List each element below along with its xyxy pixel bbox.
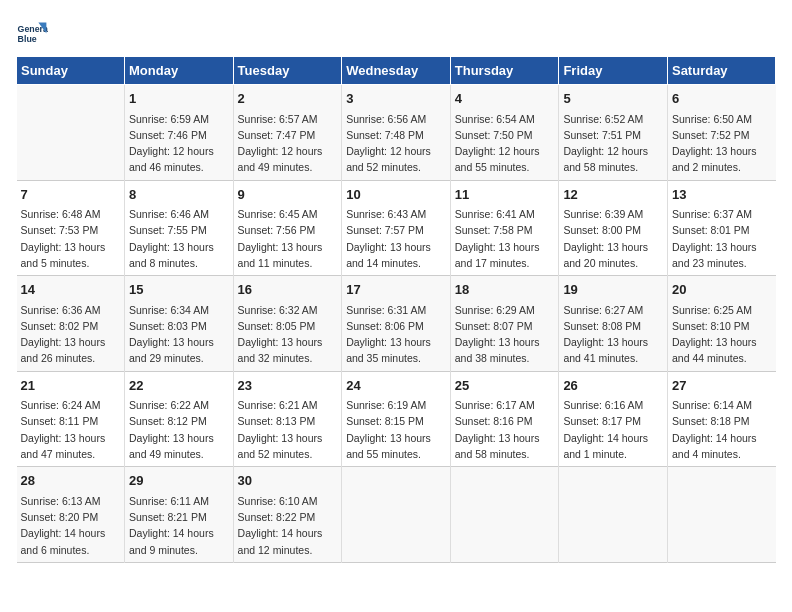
day-number: 28 (21, 471, 121, 491)
day-header-thursday: Thursday (450, 57, 559, 85)
day-number: 19 (563, 280, 663, 300)
calendar-cell: 6Sunrise: 6:50 AMSunset: 7:52 PMDaylight… (667, 85, 775, 181)
calendar-cell: 27Sunrise: 6:14 AMSunset: 8:18 PMDayligh… (667, 371, 775, 467)
calendar-week-row: 21Sunrise: 6:24 AMSunset: 8:11 PMDayligh… (17, 371, 776, 467)
day-info: Sunrise: 6:13 AMSunset: 8:20 PMDaylight:… (21, 493, 121, 558)
day-info: Sunrise: 6:25 AMSunset: 8:10 PMDaylight:… (672, 302, 772, 367)
day-info: Sunrise: 6:21 AMSunset: 8:13 PMDaylight:… (238, 397, 338, 462)
logo-icon: General Blue (16, 16, 48, 48)
day-info: Sunrise: 6:34 AMSunset: 8:03 PMDaylight:… (129, 302, 229, 367)
day-number: 14 (21, 280, 121, 300)
day-number: 21 (21, 376, 121, 396)
day-header-sunday: Sunday (17, 57, 125, 85)
calendar-cell: 19Sunrise: 6:27 AMSunset: 8:08 PMDayligh… (559, 276, 668, 372)
day-info: Sunrise: 6:10 AMSunset: 8:22 PMDaylight:… (238, 493, 338, 558)
logo: General Blue (16, 16, 52, 48)
calendar-cell: 17Sunrise: 6:31 AMSunset: 8:06 PMDayligh… (342, 276, 451, 372)
day-info: Sunrise: 6:41 AMSunset: 7:58 PMDaylight:… (455, 206, 555, 271)
day-header-friday: Friday (559, 57, 668, 85)
calendar-table: SundayMondayTuesdayWednesdayThursdayFrid… (16, 56, 776, 563)
day-info: Sunrise: 6:59 AMSunset: 7:46 PMDaylight:… (129, 111, 229, 176)
calendar-cell: 21Sunrise: 6:24 AMSunset: 8:11 PMDayligh… (17, 371, 125, 467)
day-info: Sunrise: 6:32 AMSunset: 8:05 PMDaylight:… (238, 302, 338, 367)
day-number: 25 (455, 376, 555, 396)
calendar-cell: 10Sunrise: 6:43 AMSunset: 7:57 PMDayligh… (342, 180, 451, 276)
day-number: 27 (672, 376, 772, 396)
day-info: Sunrise: 6:36 AMSunset: 8:02 PMDaylight:… (21, 302, 121, 367)
day-info: Sunrise: 6:43 AMSunset: 7:57 PMDaylight:… (346, 206, 446, 271)
day-info: Sunrise: 6:37 AMSunset: 8:01 PMDaylight:… (672, 206, 772, 271)
calendar-cell: 22Sunrise: 6:22 AMSunset: 8:12 PMDayligh… (125, 371, 234, 467)
calendar-cell (667, 467, 775, 563)
day-number: 24 (346, 376, 446, 396)
day-info: Sunrise: 6:48 AMSunset: 7:53 PMDaylight:… (21, 206, 121, 271)
calendar-cell: 7Sunrise: 6:48 AMSunset: 7:53 PMDaylight… (17, 180, 125, 276)
calendar-cell: 2Sunrise: 6:57 AMSunset: 7:47 PMDaylight… (233, 85, 342, 181)
day-info: Sunrise: 6:56 AMSunset: 7:48 PMDaylight:… (346, 111, 446, 176)
calendar-cell: 11Sunrise: 6:41 AMSunset: 7:58 PMDayligh… (450, 180, 559, 276)
day-info: Sunrise: 6:27 AMSunset: 8:08 PMDaylight:… (563, 302, 663, 367)
day-number: 2 (238, 89, 338, 109)
calendar-cell: 24Sunrise: 6:19 AMSunset: 8:15 PMDayligh… (342, 371, 451, 467)
calendar-cell: 9Sunrise: 6:45 AMSunset: 7:56 PMDaylight… (233, 180, 342, 276)
day-number: 1 (129, 89, 229, 109)
day-info: Sunrise: 6:46 AMSunset: 7:55 PMDaylight:… (129, 206, 229, 271)
calendar-cell (450, 467, 559, 563)
calendar-cell: 1Sunrise: 6:59 AMSunset: 7:46 PMDaylight… (125, 85, 234, 181)
calendar-cell: 29Sunrise: 6:11 AMSunset: 8:21 PMDayligh… (125, 467, 234, 563)
day-header-monday: Monday (125, 57, 234, 85)
day-number: 4 (455, 89, 555, 109)
day-number: 3 (346, 89, 446, 109)
day-number: 16 (238, 280, 338, 300)
day-number: 5 (563, 89, 663, 109)
day-number: 30 (238, 471, 338, 491)
day-info: Sunrise: 6:54 AMSunset: 7:50 PMDaylight:… (455, 111, 555, 176)
day-info: Sunrise: 6:24 AMSunset: 8:11 PMDaylight:… (21, 397, 121, 462)
day-info: Sunrise: 6:39 AMSunset: 8:00 PMDaylight:… (563, 206, 663, 271)
calendar-cell: 4Sunrise: 6:54 AMSunset: 7:50 PMDaylight… (450, 85, 559, 181)
day-number: 17 (346, 280, 446, 300)
day-number: 29 (129, 471, 229, 491)
calendar-cell: 20Sunrise: 6:25 AMSunset: 8:10 PMDayligh… (667, 276, 775, 372)
day-info: Sunrise: 6:11 AMSunset: 8:21 PMDaylight:… (129, 493, 229, 558)
calendar-cell: 26Sunrise: 6:16 AMSunset: 8:17 PMDayligh… (559, 371, 668, 467)
page-header: General Blue (16, 16, 776, 48)
calendar-cell: 30Sunrise: 6:10 AMSunset: 8:22 PMDayligh… (233, 467, 342, 563)
calendar-header-row: SundayMondayTuesdayWednesdayThursdayFrid… (17, 57, 776, 85)
day-number: 8 (129, 185, 229, 205)
day-info: Sunrise: 6:29 AMSunset: 8:07 PMDaylight:… (455, 302, 555, 367)
day-number: 13 (672, 185, 772, 205)
day-info: Sunrise: 6:31 AMSunset: 8:06 PMDaylight:… (346, 302, 446, 367)
day-number: 12 (563, 185, 663, 205)
day-number: 23 (238, 376, 338, 396)
day-number: 9 (238, 185, 338, 205)
day-info: Sunrise: 6:19 AMSunset: 8:15 PMDaylight:… (346, 397, 446, 462)
day-info: Sunrise: 6:17 AMSunset: 8:16 PMDaylight:… (455, 397, 555, 462)
calendar-cell (17, 85, 125, 181)
day-info: Sunrise: 6:45 AMSunset: 7:56 PMDaylight:… (238, 206, 338, 271)
calendar-cell: 13Sunrise: 6:37 AMSunset: 8:01 PMDayligh… (667, 180, 775, 276)
day-info: Sunrise: 6:57 AMSunset: 7:47 PMDaylight:… (238, 111, 338, 176)
day-number: 22 (129, 376, 229, 396)
day-number: 11 (455, 185, 555, 205)
day-number: 26 (563, 376, 663, 396)
day-header-saturday: Saturday (667, 57, 775, 85)
calendar-week-row: 14Sunrise: 6:36 AMSunset: 8:02 PMDayligh… (17, 276, 776, 372)
calendar-week-row: 1Sunrise: 6:59 AMSunset: 7:46 PMDaylight… (17, 85, 776, 181)
day-info: Sunrise: 6:16 AMSunset: 8:17 PMDaylight:… (563, 397, 663, 462)
calendar-cell (559, 467, 668, 563)
calendar-cell: 15Sunrise: 6:34 AMSunset: 8:03 PMDayligh… (125, 276, 234, 372)
calendar-week-row: 28Sunrise: 6:13 AMSunset: 8:20 PMDayligh… (17, 467, 776, 563)
day-number: 6 (672, 89, 772, 109)
svg-text:Blue: Blue (18, 34, 37, 44)
calendar-cell: 16Sunrise: 6:32 AMSunset: 8:05 PMDayligh… (233, 276, 342, 372)
day-header-wednesday: Wednesday (342, 57, 451, 85)
calendar-cell: 3Sunrise: 6:56 AMSunset: 7:48 PMDaylight… (342, 85, 451, 181)
calendar-cell: 18Sunrise: 6:29 AMSunset: 8:07 PMDayligh… (450, 276, 559, 372)
calendar-cell: 14Sunrise: 6:36 AMSunset: 8:02 PMDayligh… (17, 276, 125, 372)
calendar-cell: 12Sunrise: 6:39 AMSunset: 8:00 PMDayligh… (559, 180, 668, 276)
calendar-cell (342, 467, 451, 563)
calendar-cell: 23Sunrise: 6:21 AMSunset: 8:13 PMDayligh… (233, 371, 342, 467)
day-info: Sunrise: 6:22 AMSunset: 8:12 PMDaylight:… (129, 397, 229, 462)
day-number: 10 (346, 185, 446, 205)
